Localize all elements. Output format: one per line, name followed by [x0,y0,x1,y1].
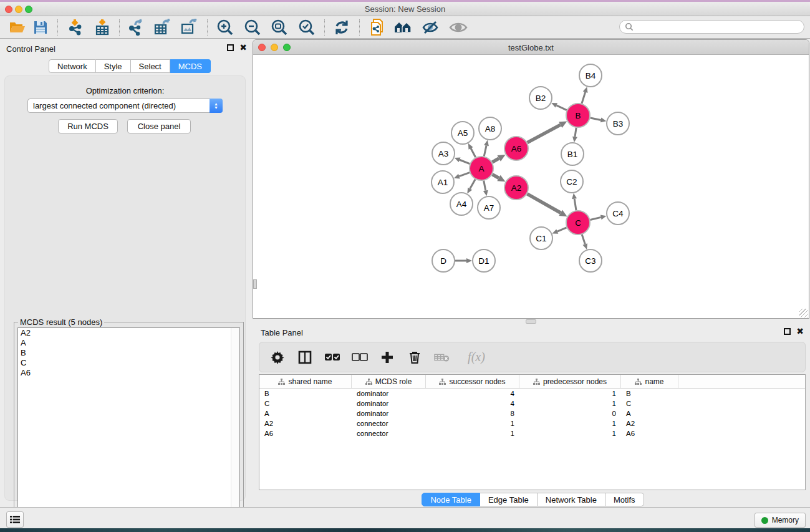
table-cell[interactable]: A [621,410,678,417]
table-cell[interactable]: connector [352,420,426,427]
table-cell[interactable]: C [259,400,352,407]
network-graph[interactable]: B4B2BB3A5A8A6A3B1AA1C2A2A4A7C4CC1C3DD1 [253,55,809,318]
zoom-in-icon[interactable] [215,18,236,37]
edge-B-B3[interactable] [591,118,601,120]
column-header-name[interactable]: name [621,375,678,388]
search-input[interactable] [619,20,804,34]
result-item[interactable]: A6 [18,368,239,378]
save-session-icon[interactable] [30,18,51,37]
tab-node-table[interactable]: Node Table [422,493,480,506]
edge-A-A2[interactable] [492,175,499,178]
table-cell[interactable]: B [621,390,678,397]
edge-A-A1[interactable] [459,173,470,177]
import-table-icon[interactable] [92,18,113,37]
network-canvas[interactable]: B4B2BB3A5A8A6A3B1AA1C2A2A4A7C4CC1C3DD1 [253,55,809,318]
edge-A-A8[interactable] [484,145,486,156]
table-cell[interactable]: dominator [352,400,426,407]
refresh-icon[interactable] [331,18,352,37]
zoom-out-icon[interactable] [242,18,263,37]
show-graphics-details-icon[interactable] [448,18,469,37]
open-file-icon[interactable] [7,18,28,37]
settings-gear-icon[interactable] [269,349,286,365]
table-cell[interactable]: 1 [426,420,519,427]
run-mcds-button[interactable]: Run MCDS [58,119,118,133]
delete-row-icon[interactable] [407,349,423,365]
export-image-icon[interactable] [179,18,200,37]
close-table-panel-icon[interactable]: ✖ [796,328,804,335]
canvas-side-handle[interactable] [253,279,257,289]
edge-C-C3[interactable] [582,235,585,244]
float-table-panel-icon[interactable] [784,328,791,335]
table-cell[interactable]: A [259,410,352,417]
tab-style[interactable]: Style [96,59,131,73]
table-cell[interactable]: A2 [259,420,352,427]
tab-edge-table[interactable]: Edge Table [480,493,538,506]
table-cell[interactable]: dominator [352,410,426,417]
table-cell[interactable]: A6 [259,430,352,437]
function-builder-icon[interactable]: f(x) [461,349,491,365]
close-panel-icon[interactable]: ✖ [239,44,247,51]
window-resize-grip[interactable] [799,309,808,317]
import-network-icon[interactable] [65,18,86,37]
tab-mcds[interactable]: MCDS [170,59,211,73]
table-cell[interactable]: 4 [426,400,519,407]
edge-A-A5[interactable] [471,148,476,158]
tab-select[interactable]: Select [131,59,170,73]
edge-B-B1[interactable] [575,128,576,137]
table-cell[interactable]: C [621,400,678,407]
table-cell[interactable]: 1 [519,390,621,397]
table-cell[interactable]: 1 [519,430,621,437]
column-header-successor-nodes[interactable]: successor nodes [426,375,519,388]
zoom-fit-icon[interactable] [269,18,290,37]
tab-motifs[interactable]: Motifs [605,493,644,506]
close-panel-button[interactable]: Close panel [127,119,191,133]
table-cell[interactable]: A2 [621,420,678,427]
table-cell[interactable]: 4 [426,390,519,397]
table-row[interactable]: Cdominator41C [259,399,805,409]
table-cell[interactable]: 1 [519,420,621,427]
edge-A-A7[interactable] [484,181,486,191]
edge-B-B4[interactable] [582,92,586,104]
table-cell[interactable]: 8 [426,410,519,417]
task-history-button[interactable] [6,511,24,528]
table-row[interactable]: Bdominator41B [259,389,805,399]
edge-A-A3[interactable] [460,160,470,163]
edge-A6-B[interactable] [528,125,561,142]
edge-C-C1[interactable] [557,228,567,231]
edge-A-A6[interactable] [492,158,499,162]
add-column-icon[interactable] [379,349,395,365]
tab-network[interactable]: Network [49,59,96,73]
hide-selected-icon[interactable] [420,18,441,37]
column-header-MCDS-role[interactable]: MCDS role [352,375,426,388]
network-window-titlebar[interactable]: testGlobe.txt [253,40,809,55]
node-table[interactable]: shared nameMCDS rolesuccessor nodesprede… [259,374,806,490]
table-cell[interactable]: B [259,390,352,397]
edge-A2-C[interactable] [527,194,561,213]
result-item[interactable]: B [18,348,239,358]
column-header-predecessor-nodes[interactable]: predecessor nodes [519,375,621,388]
table-cell[interactable]: A6 [621,430,678,437]
edge-C-C4[interactable] [590,217,600,220]
table-row[interactable]: A6connector11A6 [259,428,805,438]
table-row[interactable]: Adominator80A [259,409,805,418]
table-cell[interactable]: 1 [519,400,621,407]
edge-C-C2[interactable] [574,199,576,211]
delete-table-icon[interactable] [434,349,450,365]
table-row[interactable]: A2connector11A2 [259,418,805,428]
export-network-icon[interactable] [125,18,147,37]
select-all-icon[interactable] [324,349,340,365]
optimization-criterion-select[interactable]: largest connected component (directed) ▲… [27,99,223,113]
tab-network-table[interactable]: Network Table [538,493,605,506]
table-cell[interactable]: 1 [426,430,519,437]
column-header-shared-name[interactable]: shared name [259,375,352,388]
deselect-all-icon[interactable] [352,349,368,365]
table-cell[interactable]: 0 [519,410,621,417]
show-all-icon[interactable] [393,18,414,37]
zoom-selected-icon[interactable] [296,18,317,37]
result-item[interactable]: C [18,358,239,368]
float-panel-icon[interactable] [227,44,234,51]
table-cell[interactable]: dominator [352,390,426,397]
memory-button[interactable]: Memory [755,513,806,528]
table-cell[interactable]: connector [352,430,426,437]
result-item[interactable]: A2 [18,328,239,338]
